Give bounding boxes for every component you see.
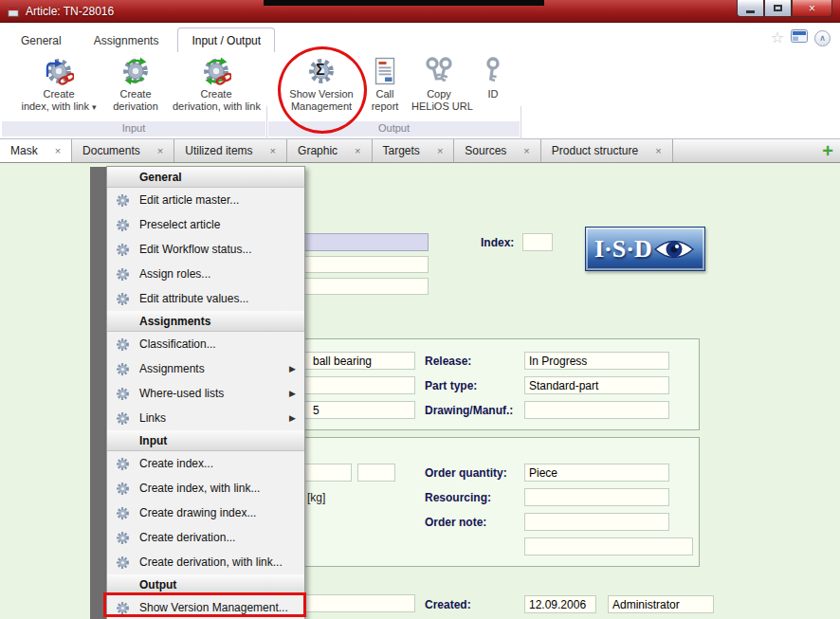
view-tab-graphic[interactable]: Graphic× [287,139,372,162]
menu-item-create-derivation-with-link[interactable]: Create derivation, with link... [107,550,304,574]
create-index-link-icon [17,54,100,88]
view-tab-mask[interactable]: Mask× [0,139,72,162]
ribbon-button-label: Create [101,88,170,100]
gear-icon [116,242,132,257]
view-tab-documents[interactable]: Documents× [72,139,174,162]
isd-logo-text: I·S·D [594,235,652,264]
ribbon-tab-general[interactable]: General [8,28,75,52]
gear-icon [116,217,132,232]
menu-item-label: Edit Workflow status... [139,243,251,256]
window-style-icon[interactable] [791,29,808,46]
resourcing-label: Resourcing: [425,491,491,504]
ribbon-button-label: Create [17,88,100,100]
tab-label: Utilized items [185,144,252,157]
view-tab-product-structure[interactable]: Product structure× [541,139,673,162]
menu-item-label: Where-used lists [139,387,224,400]
ribbon-tab-input-output[interactable]: Input / Output [177,27,275,53]
part-type-field[interactable]: Standard-part [524,376,669,394]
order-note-field[interactable] [524,513,669,531]
menu-item-edit-workflow-status[interactable]: Edit Workflow status... [107,237,304,262]
tab-label: Product structure [552,144,638,157]
gear-icon [116,481,132,496]
menu-item-label: Create index... [139,457,213,470]
annotation-circle [278,46,367,134]
close-button[interactable]: × [792,0,832,17]
drawing-manuf-field[interactable] [524,401,669,419]
ribbon-tab-assignments[interactable]: Assignments [81,28,173,52]
unit-kg-label: [kg] [307,491,325,504]
menu-item-create-index[interactable]: Create index... [107,451,304,476]
created-by-field[interactable]: Administrator [608,595,714,613]
create-derivation-icon [101,54,170,88]
menu-item-label: Create index, with link... [139,482,260,495]
maximize-button[interactable] [764,0,792,17]
drawing-manuf-label: Drawing/Manuf.: [425,404,513,417]
menu-item-links[interactable]: Links▶ [107,406,304,430]
maximize-icon [774,5,782,11]
context-menu: GeneralEdit article master...Preselect a… [106,166,305,619]
window-title: Article: TN-28016 [26,5,114,18]
collapse-ribbon-button[interactable]: ∧ [814,30,831,46]
menu-item-label: Edit article master... [139,193,239,207]
ribbon-button-label: HELiOS URL [411,100,466,113]
menu-item-edit-article-master[interactable]: Edit article master... [107,188,304,212]
menu-item-create-drawing-index[interactable]: Create drawing index... [107,501,304,525]
menu-item-edit-attribute-values[interactable]: Edit attribute values... [107,286,304,311]
index-field[interactable] [522,233,553,251]
menu-item-classification[interactable]: Classification... [107,332,304,356]
view-tab-sources[interactable]: Sources× [454,139,540,162]
view-tab-targets[interactable]: Targets× [373,139,455,162]
ribbon-button-create-derivation-with-link[interactable]: Createderivation, with link [173,54,260,113]
ribbon-button-copy-helios-url[interactable]: CopyHELiOS URL [411,54,466,113]
view-tab-utilized-items[interactable]: Utilized items× [174,139,287,162]
close-tab-icon[interactable]: × [270,145,276,156]
tab-label: Sources [465,144,506,157]
ribbon-button-label: index, with link ▾ [17,100,100,114]
ribbon-button-label: report [362,100,408,113]
menu-item-assignments[interactable]: Assignments▶ [107,356,304,381]
ribbon-button-id[interactable]: ID [471,54,515,100]
submenu-arrow-icon: ▶ [289,364,296,373]
menu-item-create-index-with-link[interactable]: Create index, with link... [107,476,304,501]
menu-item-where-used-lists[interactable]: Where-used lists▶ [107,381,304,406]
gear-icon [116,337,132,352]
close-tab-icon[interactable]: × [355,145,360,156]
ribbon-button-create-index-with-link[interactable]: Createindex, with link ▾ [17,54,100,114]
copy-url-icon [411,54,466,88]
tab-label: Documents [82,144,140,157]
menu-item-assign-roles[interactable]: Assign roles... [107,262,304,286]
ribbon-button-create-derivation[interactable]: Createderivation [101,54,170,113]
close-tab-icon[interactable]: × [157,145,163,156]
gear-icon [116,386,132,401]
favorite-star-icon[interactable]: ☆ [771,30,784,46]
minimize-button[interactable] [737,0,764,17]
dropdown-arrow-icon: ▾ [92,102,97,112]
created-date-field[interactable]: 12.09.2006 [524,595,596,613]
close-tab-icon[interactable]: × [655,145,661,156]
menu-item-create-derivation[interactable]: Create derivation... [107,525,304,550]
create-derivation-link-icon [173,54,260,88]
isd-logo: I·S·D [585,227,705,271]
ribbon-extras: ☆ ∧ [771,29,831,46]
gear-icon [116,456,132,471]
ribbon-button-call-report[interactable]: Callreport [362,54,408,113]
application-window: Article: TN-28016 × GeneralAssignmentsIn… [0,0,840,619]
gear-icon [116,192,132,208]
menu-item-label: Links [139,411,166,425]
order-quantity-field[interactable]: Piece [524,464,669,482]
extra-field[interactable] [524,537,693,555]
weight-unit-field[interactable] [357,464,395,482]
menu-item-preselect-article[interactable]: Preselect article [107,212,304,237]
release-label: Release: [425,355,471,368]
close-tab-icon[interactable]: × [437,145,443,156]
close-tab-icon[interactable]: × [523,145,529,156]
close-tab-icon[interactable]: × [55,145,61,156]
ribbon-button-label: ID [471,88,515,100]
ribbon-button-label: derivation, with link [173,100,260,113]
menu-section-general: General [107,167,304,188]
add-tab-button[interactable]: + [822,139,833,162]
menu-item-label: Create derivation... [139,531,235,544]
release-field[interactable]: In Progress [524,352,669,370]
resourcing-field[interactable] [524,488,669,506]
gear-icon [116,505,132,520]
